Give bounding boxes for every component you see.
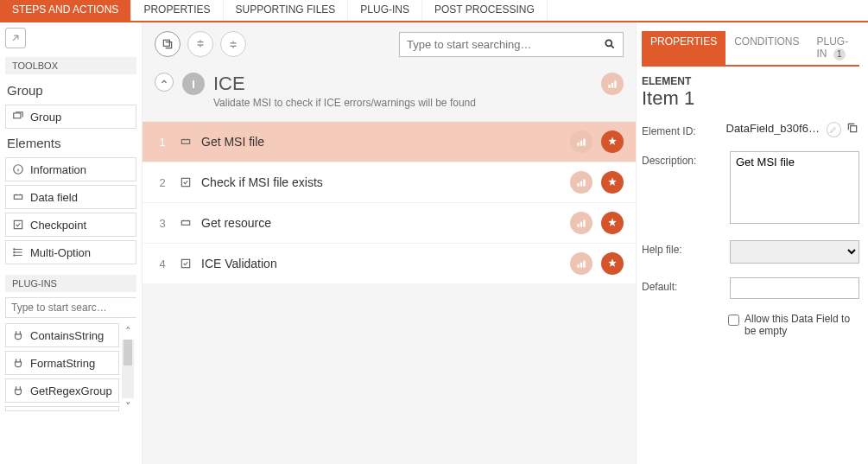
plugin-search[interactable] — [5, 297, 136, 318]
properties-tab-bar: PROPERTIES CONDITIONS PLUG-IN 1 — [642, 31, 859, 67]
step-number: 1 — [155, 136, 170, 149]
step-action-icon[interactable] — [601, 212, 624, 234]
description-label: Description: — [642, 151, 725, 167]
tool-multi-option[interactable]: Multi-Option — [5, 240, 136, 264]
steps-list: 1Get MSI file2Check if MSI file exists3G… — [143, 121, 636, 283]
svg-rect-21 — [181, 221, 189, 226]
info-icon — [11, 162, 25, 176]
element-heading: ELEMENT — [642, 75, 859, 87]
properties-panel: PROPERTIES CONDITIONS PLUG-IN 1 ELEMENT … — [637, 22, 868, 464]
element-title: Item 1 — [642, 87, 859, 110]
tool-multi-option-label: Multi-Option — [30, 246, 91, 259]
copy-id-icon[interactable] — [846, 122, 859, 136]
svg-rect-2 — [14, 195, 22, 200]
elements-section-title: Elements — [5, 132, 136, 157]
svg-rect-12 — [614, 81, 616, 88]
tool-group-label: Group — [30, 111, 61, 124]
group-title: ICE — [213, 73, 592, 95]
svg-point-4 — [14, 249, 15, 250]
svg-rect-19 — [580, 181, 582, 187]
tool-group[interactable]: Group — [5, 105, 136, 129]
step-row[interactable]: 4ICE Validation — [143, 243, 636, 283]
step-row[interactable]: 1Get MSI file — [143, 121, 636, 162]
scroll-down-icon[interactable]: ˅ — [125, 400, 131, 413]
tab-post-processing[interactable]: POST PROCESSING — [422, 0, 548, 21]
step-config-icon[interactable] — [570, 130, 592, 153]
collapse-toggle[interactable] — [155, 73, 174, 92]
plugin-getregexgroup-label: GetRegexGroup — [30, 385, 112, 397]
tab-supporting-files[interactable]: SUPPORTING FILES — [224, 0, 349, 21]
default-label: Default: — [642, 277, 725, 293]
svg-rect-23 — [580, 222, 582, 227]
svg-rect-3 — [14, 220, 22, 228]
steps-toolbar — [143, 22, 636, 66]
tab-properties[interactable]: PROPERTIES — [131, 0, 223, 21]
tool-information[interactable]: Information — [5, 157, 136, 181]
element-id-label: Element ID: — [642, 122, 721, 137]
toolbar-action-3[interactable] — [220, 31, 246, 57]
group-section-title: Group — [5, 79, 136, 105]
tab-steps-actions[interactable]: STEPS AND ACTIONS — [0, 0, 131, 21]
right-tab-properties[interactable]: PROPERTIES — [642, 31, 725, 65]
element-id-value: DataField_b30f6b… — [726, 122, 821, 135]
datafield-icon — [179, 135, 193, 149]
steps-search-input[interactable] — [400, 33, 597, 56]
group-icon — [11, 110, 25, 124]
step-label: Check if MSI file exists — [201, 175, 561, 189]
help-file-select[interactable] — [730, 240, 859, 264]
plugin-count-badge: 1 — [833, 48, 846, 60]
plugin-formatstring-label: FormatString — [30, 357, 95, 370]
step-action-icon[interactable] — [601, 171, 624, 194]
plugins-header: PLUG-INS — [5, 275, 136, 292]
tool-data-field[interactable]: Data field — [5, 185, 136, 209]
plugin-containsstring[interactable]: ContainsString — [5, 323, 119, 347]
tab-plugins[interactable]: PLUG-INS — [348, 0, 422, 21]
right-tab-conditions[interactable]: CONDITIONS — [725, 31, 808, 65]
step-action-icon[interactable] — [601, 130, 624, 153]
step-row[interactable]: 3Get resource — [143, 202, 636, 243]
toolbar-action-1[interactable] — [155, 31, 181, 57]
plugin-scrollbar[interactable]: ˄ ˅ — [119, 323, 136, 415]
description-input[interactable] — [730, 151, 859, 224]
plugin-search-input[interactable] — [6, 298, 146, 317]
group-badge: I — [182, 73, 205, 95]
tool-data-field-label: Data field — [30, 191, 78, 204]
svg-rect-10 — [608, 85, 610, 88]
plug-icon — [11, 328, 25, 342]
search-icon[interactable] — [597, 35, 623, 54]
svg-rect-14 — [577, 143, 579, 146]
plug-icon — [11, 356, 25, 370]
svg-rect-13 — [181, 140, 189, 144]
scroll-up-icon[interactable]: ˄ — [125, 325, 131, 338]
svg-rect-27 — [580, 263, 582, 268]
help-file-label: Help file: — [642, 240, 725, 256]
toolbar-action-2[interactable] — [187, 31, 213, 57]
steps-search[interactable] — [399, 32, 624, 57]
step-row[interactable]: 2Check if MSI file exists — [143, 162, 636, 202]
datafield-icon — [11, 190, 25, 204]
plug-icon — [11, 384, 25, 397]
right-tab-plugin[interactable]: PLUG-IN 1 — [808, 31, 859, 65]
scroll-thumb[interactable] — [124, 340, 132, 365]
plugin-getregexgroup[interactable]: GetRegexGroup — [5, 378, 119, 403]
edit-id-icon[interactable] — [827, 122, 841, 137]
toolbox-header: TOOLBOX — [5, 57, 136, 74]
step-config-icon[interactable] — [570, 171, 592, 194]
scroll-track[interactable] — [122, 340, 134, 398]
toolbox-panel: TOOLBOX Group Group Elements Information… — [0, 22, 142, 464]
group-config-icon[interactable] — [601, 73, 624, 95]
group-subtitle: Validate MSI to check if ICE errors/warn… — [213, 97, 592, 109]
multioption-icon — [11, 245, 25, 259]
svg-rect-20 — [583, 180, 585, 187]
datafield-icon — [179, 216, 193, 230]
expand-arrow-icon[interactable] — [5, 28, 26, 48]
step-config-icon[interactable] — [570, 252, 592, 275]
step-config-icon[interactable] — [570, 212, 592, 234]
svg-point-9 — [605, 40, 611, 46]
tool-checkpoint[interactable]: Checkpoint — [5, 213, 136, 237]
step-action-icon[interactable] — [601, 252, 624, 275]
default-input[interactable] — [730, 277, 859, 299]
svg-point-6 — [14, 255, 15, 256]
plugin-formatstring[interactable]: FormatString — [5, 351, 119, 375]
allow-empty-checkbox[interactable] — [728, 315, 739, 326]
